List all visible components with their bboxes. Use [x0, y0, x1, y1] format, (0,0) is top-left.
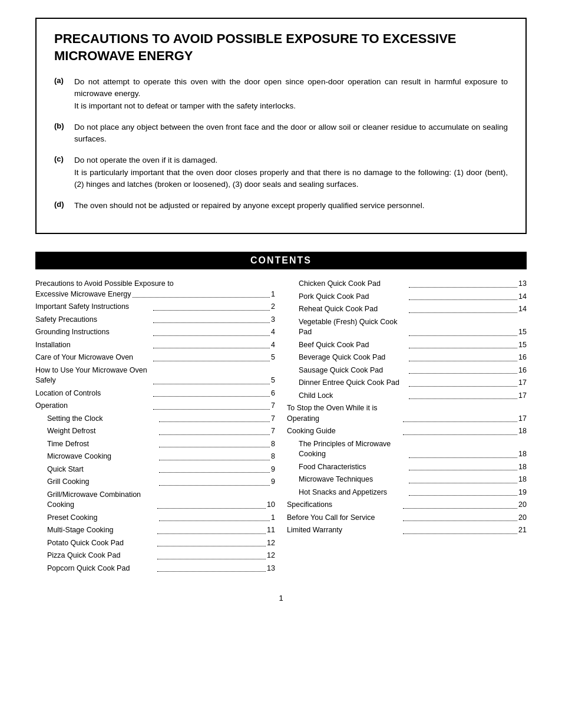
toc-page: 16	[518, 353, 527, 363]
warning-item-text: The oven should not be adjusted or repai…	[74, 200, 424, 212]
toc-title: Time Defrost	[47, 439, 158, 450]
toc-item: Setting the Clock7	[35, 414, 275, 424]
toc-title: Vegetable (Fresh) Quick Cook Pad	[299, 317, 408, 338]
toc-item: Limited Warranty21	[287, 525, 527, 536]
toc-title: Beverage Quick Cook Pad	[299, 353, 408, 363]
toc-item: Hot Snacks and Appetizers19	[287, 487, 527, 498]
toc-page: 20	[518, 513, 527, 523]
toc-page: 9	[271, 477, 275, 487]
toc-page: 20	[518, 500, 527, 510]
toc-title: Hot Snacks and Appetizers	[299, 487, 408, 498]
toc-title: Before You Call for Service	[287, 513, 402, 523]
warning-title: PRECAUTIONS TO AVOID POSSIBLE EXPOSURE T…	[54, 31, 508, 64]
toc-title: Precautions to Avoid Possible Exposure t…	[35, 279, 275, 289]
toc-item: Precautions to Avoid Possible Exposure t…	[35, 279, 275, 299]
toc-title: Limited Warranty	[287, 525, 402, 536]
toc-page: 8	[271, 452, 275, 462]
toc-title: The Principles of Microwave Cooking	[299, 439, 408, 460]
toc-item: How to Use Your Microwave Oven Safely5	[35, 365, 275, 386]
warning-item-text: Do not place any object between the oven…	[74, 121, 508, 146]
toc-title: Cooking Guide	[287, 426, 402, 437]
toc-title: Location of Controls	[35, 388, 152, 399]
toc-title: Pizza Quick Cook Pad	[47, 551, 156, 561]
toc-title: To Stop the Oven While it is Operating	[287, 403, 402, 424]
warning-item: (a)Do not attempt to operate this oven w…	[54, 76, 508, 112]
toc-title: Popcorn Quick Cook Pad	[47, 564, 156, 574]
warning-items: (a)Do not attempt to operate this oven w…	[54, 76, 508, 212]
toc-item: Dinner Entree Quick Cook Pad17	[287, 378, 527, 388]
toc-item: Before You Call for Service20	[287, 513, 527, 523]
toc-page: 9	[271, 465, 275, 475]
toc-page: 18	[518, 426, 527, 437]
toc-item: Potato Quick Cook Pad12	[35, 538, 275, 549]
toc-page: 2	[271, 302, 275, 312]
warning-item: (d)The oven should not be adjusted or re…	[54, 200, 508, 212]
toc-title: Weight Defrost	[47, 426, 158, 437]
warning-item-label: (b)	[54, 121, 67, 146]
toc-page: 14	[518, 304, 527, 315]
toc-item: Weight Defrost7	[35, 426, 275, 437]
toc-title: Child Lock	[299, 391, 408, 401]
toc-item: The Principles of Microwave Cooking18	[287, 439, 527, 460]
toc-page: 13	[267, 564, 275, 574]
toc-title: Preset Cooking	[47, 513, 158, 523]
warning-item: (c)Do not operate the oven if it is dama…	[54, 154, 508, 190]
toc-title: Sausage Quick Cook Pad	[299, 365, 408, 376]
toc-page: 8	[271, 439, 275, 450]
toc-item: Food Characteristics18	[287, 462, 527, 473]
toc-page: 7	[271, 401, 275, 411]
toc-page: 10	[267, 500, 275, 510]
contents-columns: Precautions to Avoid Possible Exposure t…	[35, 279, 527, 576]
toc-item: Beverage Quick Cook Pad16	[287, 353, 527, 363]
toc-item: Popcorn Quick Cook Pad13	[35, 564, 275, 574]
toc-item: To Stop the Oven While it is Operating17	[287, 403, 527, 424]
toc-page: 4	[271, 327, 275, 338]
toc-page: 5	[271, 353, 275, 363]
toc-item: Chicken Quick Cook Pad13	[287, 279, 527, 289]
toc-title: Care of Your Microwave Oven	[35, 353, 152, 363]
toc-page: 19	[518, 487, 527, 498]
toc-item: Care of Your Microwave Oven5	[35, 353, 275, 363]
toc-item: Quick Start9	[35, 465, 275, 475]
toc-title: Safety Precautions	[35, 315, 152, 325]
warning-item: (b)Do not place any object between the o…	[54, 121, 508, 146]
toc-page: 1	[271, 513, 275, 523]
toc-item: Child Lock17	[287, 391, 527, 401]
toc-item: Time Defrost8	[35, 439, 275, 450]
toc-item: Microwave Techniques18	[287, 475, 527, 485]
warning-item-text: Do not operate the oven if it is damaged…	[74, 154, 508, 190]
toc-item: Sausage Quick Cook Pad16	[287, 365, 527, 376]
toc-page: 3	[271, 315, 275, 325]
toc-page: 12	[267, 551, 275, 561]
toc-page: 13	[518, 279, 527, 289]
toc-title: Setting the Clock	[47, 414, 158, 424]
toc-item: Grill Cooking9	[35, 477, 275, 487]
contents-left-column: Precautions to Avoid Possible Exposure t…	[35, 279, 275, 576]
warning-box: PRECAUTIONS TO AVOID POSSIBLE EXPOSURE T…	[35, 18, 527, 234]
toc-title: How to Use Your Microwave Oven Safely	[35, 365, 152, 386]
toc-page: 5	[271, 375, 275, 386]
toc-page: 7	[271, 426, 275, 437]
warning-item-label: (c)	[54, 154, 67, 190]
toc-title: Quick Start	[47, 465, 158, 475]
contents-section: CONTENTS Precautions to Avoid Possible E…	[35, 252, 527, 576]
toc-title: Beef Quick Cook Pad	[299, 340, 408, 351]
toc-title: Microwave Cooking	[47, 452, 158, 462]
toc-page: 18	[518, 475, 527, 485]
page-number: 1	[35, 594, 527, 602]
toc-item: Specifications20	[287, 500, 527, 510]
toc-item: Installation4	[35, 340, 275, 351]
contents-right-column: Chicken Quick Cook Pad13Pork Quick Cook …	[287, 279, 527, 576]
toc-page: 7	[271, 414, 275, 424]
toc-title: Grill Cooking	[47, 477, 158, 487]
contents-header: CONTENTS	[35, 252, 527, 269]
toc-page: 17	[518, 414, 527, 424]
toc-item: Pork Quick Cook Pad14	[287, 292, 527, 302]
toc-page: 12	[267, 538, 275, 549]
toc-title: Food Characteristics	[299, 462, 408, 473]
toc-item: Multi-Stage Cooking11	[35, 525, 275, 536]
toc-title: Potato Quick Cook Pad	[47, 538, 156, 549]
toc-title: Microwave Techniques	[299, 475, 408, 485]
toc-title: Grill/Microwave Combination Cooking	[47, 490, 156, 510]
toc-page: 15	[518, 340, 527, 351]
